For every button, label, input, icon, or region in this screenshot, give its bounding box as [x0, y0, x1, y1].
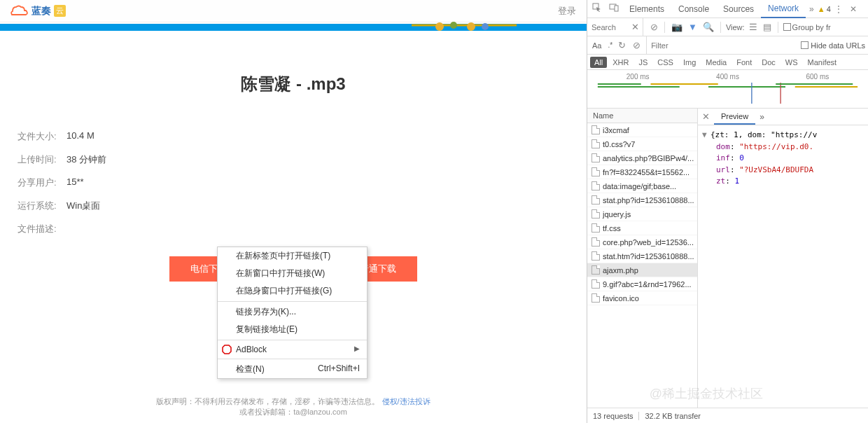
preview-tab[interactable]: Preview — [714, 109, 755, 125]
request-row[interactable]: data:image/gif;base... — [587, 179, 697, 193]
file-icon — [592, 181, 600, 190]
timeline-tick-600: 600 ms — [806, 73, 829, 81]
ctx-open-new-window[interactable]: 在新窗口中打开链接(W) — [218, 265, 367, 282]
logo[interactable]: 蓝奏 云 — [10, 5, 66, 18]
ctx-save-as[interactable]: 链接另存为(K)... — [218, 303, 367, 321]
request-count: 13 requests — [593, 412, 633, 420]
ctx-inspect[interactable]: 检查(N)Ctrl+Shift+I — [218, 361, 367, 378]
filter-input[interactable] — [651, 41, 721, 50]
devtools-tab-bar: Elements Console Sources Network » ▲4 ⋮ … — [587, 0, 868, 18]
tab-network[interactable]: Network — [761, 0, 806, 18]
collapse-icon[interactable]: ▼ — [702, 130, 709, 141]
name-column-header[interactable]: Name — [587, 109, 697, 123]
info-label-time: 上传时间: — [18, 153, 66, 166]
more-icon[interactable]: ⋮ — [831, 1, 846, 17]
svg-point-3 — [482, 23, 489, 30]
request-row[interactable]: t0.css?v7 — [587, 137, 697, 151]
ctx-adblock[interactable]: AdBlock▶ — [218, 342, 367, 357]
request-row[interactable]: tf.css — [587, 221, 697, 235]
group-checkbox[interactable] — [783, 23, 791, 31]
hide-urls-checkbox[interactable] — [801, 41, 808, 49]
request-name: favicon.ico — [603, 294, 639, 303]
svg-rect-7 — [615, 6, 618, 11]
search-input[interactable] — [590, 22, 629, 33]
filter-icon[interactable]: ▼ — [687, 22, 699, 32]
request-name: t0.css?v7 — [603, 140, 635, 148]
request-row[interactable]: stat.php?id=1253610888... — [587, 193, 697, 207]
request-row[interactable]: jquery.js — [587, 207, 697, 221]
timeline-tick-200: 200 ms — [626, 73, 650, 81]
adblock-icon — [222, 345, 232, 354]
json-preview: ▼{zt: 1, dom: "https://v dom: "https://v… — [698, 125, 868, 192]
clear2-icon[interactable]: ⊘ — [631, 40, 642, 50]
file-icon — [592, 153, 600, 162]
search-clear-icon[interactable]: ✕ — [629, 22, 641, 32]
svg-point-1 — [450, 22, 457, 29]
file-icon — [592, 125, 600, 134]
type-img[interactable]: Img — [679, 57, 700, 68]
footer: 版权声明：不得利用云存储发布，存储，淫秽，诈骗等违法信息。 侵权/违法投诉 或者… — [0, 396, 587, 417]
network-toolbar: ✕ ⊘ 📷 ▼ 🔍 View: ☰ ▤ Group by fr — [587, 18, 868, 36]
case-sensitive-icon[interactable]: Aa — [590, 39, 603, 52]
transfer-size: 32.2 KB transfer — [645, 412, 701, 420]
info-label-size: 文件大小: — [18, 130, 66, 143]
request-row[interactable]: fn?f=8322455&t=15562... — [587, 165, 697, 179]
type-xhr[interactable]: XHR — [608, 57, 633, 68]
footer-complaint-link[interactable]: 侵权/违法投诉 — [382, 397, 430, 405]
view-label: View: — [726, 23, 745, 32]
request-row[interactable]: stat.htm?id=1253610888... — [587, 249, 697, 263]
file-icon — [592, 167, 600, 176]
tab-console[interactable]: Console — [671, 1, 716, 18]
request-row[interactable]: core.php?web_id=12536... — [587, 235, 697, 249]
ctx-copy-address[interactable]: 复制链接地址(E) — [218, 321, 367, 338]
footer-disclaimer: 版权声明：不得利用云存储发布，存储，淫秽，诈骗等违法信息。 — [156, 397, 379, 405]
blue-bar — [0, 24, 587, 31]
file-icon — [592, 251, 600, 261]
warning-badge[interactable]: ▲4 — [818, 5, 831, 13]
ctx-open-new-tab[interactable]: 在新标签页中打开链接(T) — [218, 247, 367, 265]
request-name: i3xcmaf — [603, 126, 629, 134]
request-name: core.php?web_id=12536... — [603, 238, 694, 247]
chevron-right-icon[interactable]: » — [806, 1, 818, 17]
timeline[interactable]: 200 ms 400 ms 600 ms — [587, 70, 868, 109]
type-all[interactable]: All — [590, 57, 607, 68]
type-js[interactable]: JS — [634, 57, 652, 68]
preview-more-icon[interactable]: » — [755, 112, 769, 122]
tab-elements[interactable]: Elements — [622, 1, 671, 18]
request-row[interactable]: favicon.ico — [587, 291, 697, 305]
camera-icon[interactable]: 📷 — [670, 22, 684, 32]
large-rows-icon[interactable]: ☰ — [748, 22, 759, 32]
type-ws[interactable]: WS — [781, 57, 802, 68]
refresh-icon[interactable]: ↻ — [617, 40, 627, 50]
type-media[interactable]: Media — [701, 57, 731, 68]
request-name: ajaxm.php — [603, 266, 638, 275]
type-font[interactable]: Font — [732, 57, 756, 68]
close-preview-icon[interactable]: ✕ — [698, 111, 714, 122]
info-label-desc: 文件描述: — [18, 223, 66, 235]
request-row[interactable]: i3xcmaf — [587, 123, 697, 137]
regex-icon[interactable]: .* — [608, 41, 612, 49]
type-manifest[interactable]: Manifest — [804, 57, 841, 68]
waterfall-icon[interactable]: ▤ — [762, 22, 773, 32]
type-css[interactable]: CSS — [653, 57, 678, 68]
type-filter-bar: All XHR JS CSS Img Media Font Doc WS Man… — [587, 55, 868, 70]
arrow-right-icon: ▶ — [354, 345, 360, 354]
file-icon — [592, 279, 600, 289]
clear-icon[interactable]: ⊘ — [649, 22, 659, 32]
type-doc[interactable]: Doc — [757, 57, 780, 68]
login-link[interactable]: 登录 — [558, 5, 576, 18]
warning-icon: ▲ — [818, 5, 825, 13]
request-row[interactable]: 9.gif?abc=1&rnd=17962... — [587, 277, 697, 291]
request-row[interactable]: analytics.php?BGIBPw4/... — [587, 151, 697, 165]
request-list: i3xcmaft0.css?v7analytics.php?BGIBPw4/..… — [587, 123, 697, 408]
tab-sources[interactable]: Sources — [716, 1, 761, 18]
group-label: Group by fr — [792, 23, 831, 32]
close-devtools-icon[interactable]: ✕ — [846, 1, 860, 17]
search-icon[interactable]: 🔍 — [701, 22, 715, 32]
file-icon — [592, 209, 600, 219]
page-header: 蓝奏 云 登录 — [0, 0, 587, 22]
ctx-open-incognito[interactable]: 在隐身窗口中打开链接(G) — [218, 282, 367, 300]
inspect-element-icon[interactable] — [589, 0, 606, 18]
device-toolbar-icon[interactable] — [606, 0, 622, 18]
request-row[interactable]: ajaxm.php — [587, 263, 697, 277]
